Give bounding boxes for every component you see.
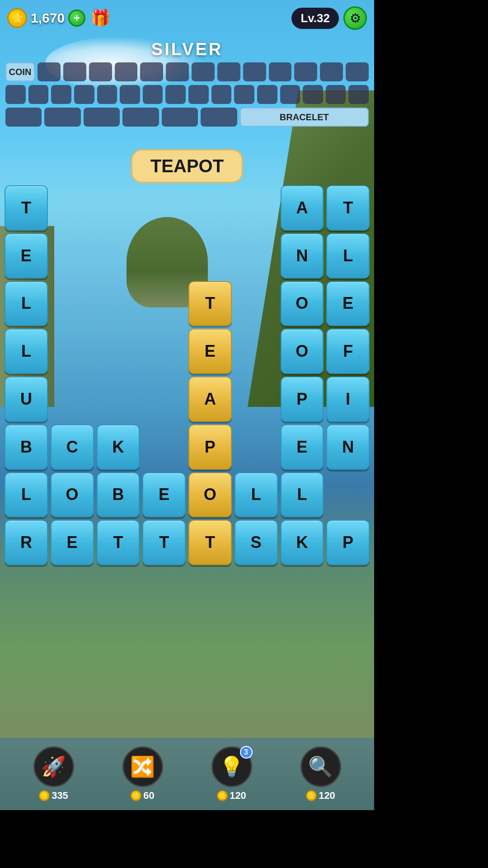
tile-L-4-1[interactable]: L xyxy=(5,329,48,374)
bottom-bar: 🚀⭐335🔀⭐60💡3⭐120🔍⭐120 xyxy=(0,738,374,810)
tile-O-7-5[interactable]: O xyxy=(188,472,232,518)
shuffle-icon: 🔀 xyxy=(122,746,163,787)
tile-6-4 xyxy=(142,425,186,470)
shuffle-cost-coin: ⭐ xyxy=(131,790,141,801)
tile-1-4 xyxy=(142,185,186,231)
tile-N-6-8[interactable]: N xyxy=(326,425,370,470)
word-slots: COIN xyxy=(5,62,369,130)
hint-tool-button[interactable]: 💡3⭐120 xyxy=(211,746,252,802)
tile-K-6-3[interactable]: K xyxy=(97,425,140,470)
tile-5-6 xyxy=(235,377,278,422)
hint-badge: 3 xyxy=(240,746,253,759)
tile-N-2-7[interactable]: N xyxy=(281,233,324,278)
slot xyxy=(211,85,232,104)
slot xyxy=(166,62,189,81)
tile-O-7-2[interactable]: O xyxy=(51,472,94,518)
hint-cost: ⭐120 xyxy=(217,790,246,802)
tile-A-5-5[interactable]: A xyxy=(188,377,232,422)
tile-4-3 xyxy=(97,329,140,374)
tile-E-2-1[interactable]: E xyxy=(5,233,48,278)
tile-O-4-7[interactable]: O xyxy=(281,329,324,374)
magnify-cost-coin: ⭐ xyxy=(306,790,317,801)
tile-K-8-7[interactable]: K xyxy=(281,520,324,565)
tile-I-5-8[interactable]: I xyxy=(326,377,370,422)
magnify-tool-button[interactable]: 🔍⭐120 xyxy=(300,746,341,802)
settings-button[interactable]: ⚙ xyxy=(343,6,367,30)
tile-1-5 xyxy=(188,185,232,231)
tile-3-6 xyxy=(235,281,278,326)
slot xyxy=(243,62,266,81)
tile-E-7-4[interactable]: E xyxy=(142,472,186,518)
rocket-tool-button[interactable]: 🚀⭐335 xyxy=(33,746,74,802)
slot-row-3: BRACELET xyxy=(5,108,369,127)
slot xyxy=(51,85,71,104)
slot xyxy=(143,85,163,104)
slot xyxy=(257,85,277,104)
word-bracelet-slot: BRACELET xyxy=(240,108,369,127)
slot xyxy=(28,85,49,104)
tile-C-6-2[interactable]: C xyxy=(51,425,94,470)
add-coins-button[interactable]: + xyxy=(68,9,85,27)
hint-cost-value: 120 xyxy=(230,790,246,802)
gift-icon[interactable]: 🎁 xyxy=(89,7,112,29)
tile-2-2 xyxy=(51,233,94,278)
tile-U-5-1[interactable]: U xyxy=(5,377,48,422)
shuffle-cost: ⭐60 xyxy=(131,790,154,802)
tile-A-1-7[interactable]: A xyxy=(281,185,324,231)
tile-O-3-7[interactable]: O xyxy=(281,281,324,326)
tile-S-8-6[interactable]: S xyxy=(235,520,278,565)
slot xyxy=(120,85,140,104)
tile-E-4-5[interactable]: E xyxy=(188,329,232,374)
tile-1-2 xyxy=(51,185,94,231)
tile-T-1-8[interactable]: T xyxy=(326,185,370,231)
tile-P-5-7[interactable]: P xyxy=(281,377,324,422)
tile-T-1-1[interactable]: T xyxy=(5,185,48,231)
tile-L-7-7[interactable]: L xyxy=(281,472,324,518)
tile-5-3 xyxy=(97,377,140,422)
slot xyxy=(89,62,112,81)
tile-E-6-7[interactable]: E xyxy=(281,425,324,470)
slot xyxy=(326,85,346,104)
tile-E-8-2[interactable]: E xyxy=(51,520,94,565)
hint-word: TEAPOT xyxy=(131,149,243,183)
slot xyxy=(320,62,343,81)
tile-T-8-5[interactable]: T xyxy=(188,520,232,565)
tile-T-3-5[interactable]: T xyxy=(188,281,232,326)
hint-icon: 💡3 xyxy=(211,746,252,787)
tile-3-2 xyxy=(51,281,94,326)
magnify-cost-value: 120 xyxy=(319,790,335,802)
word-coin-slot: COIN xyxy=(5,62,35,81)
slot xyxy=(38,62,61,81)
slot xyxy=(294,62,317,81)
rocket-cost: ⭐335 xyxy=(39,790,68,802)
slot xyxy=(5,85,26,104)
slot xyxy=(280,85,300,104)
tile-L-7-6[interactable]: L xyxy=(235,472,278,518)
slot xyxy=(346,62,369,81)
slot xyxy=(188,85,209,104)
tile-T-8-4[interactable]: T xyxy=(142,520,186,565)
tile-6-6 xyxy=(235,425,278,470)
magnify-icon: 🔍 xyxy=(300,746,341,787)
tile-F-4-8[interactable]: F xyxy=(326,329,370,374)
tile-T-8-3[interactable]: T xyxy=(97,520,140,565)
coin-section: ⭐ 1,670 + 🎁 xyxy=(7,7,112,29)
tile-B-7-3[interactable]: B xyxy=(97,472,140,518)
tile-B-6-1[interactable]: B xyxy=(5,425,48,470)
slot xyxy=(44,108,80,127)
tile-5-2 xyxy=(51,377,94,422)
tile-L-3-1[interactable]: L xyxy=(5,281,48,326)
tile-L-7-1[interactable]: L xyxy=(5,472,48,518)
slot xyxy=(165,85,186,104)
tile-L-2-8[interactable]: L xyxy=(326,233,370,278)
shuffle-tool-button[interactable]: 🔀⭐60 xyxy=(122,746,163,802)
tile-P-6-5[interactable]: P xyxy=(188,425,232,470)
tile-P-8-8[interactable]: P xyxy=(326,520,370,565)
letter-grid: TATENLLTOELEOFUAPIBCKPENLOBEOLLRETTTSKP xyxy=(5,185,370,565)
tile-3-4 xyxy=(142,281,186,326)
tile-5-4 xyxy=(142,377,186,422)
tile-E-3-8[interactable]: E xyxy=(326,281,370,326)
tile-3-3 xyxy=(97,281,140,326)
rocket-cost-coin: ⭐ xyxy=(39,790,50,801)
tile-R-8-1[interactable]: R xyxy=(5,520,48,565)
